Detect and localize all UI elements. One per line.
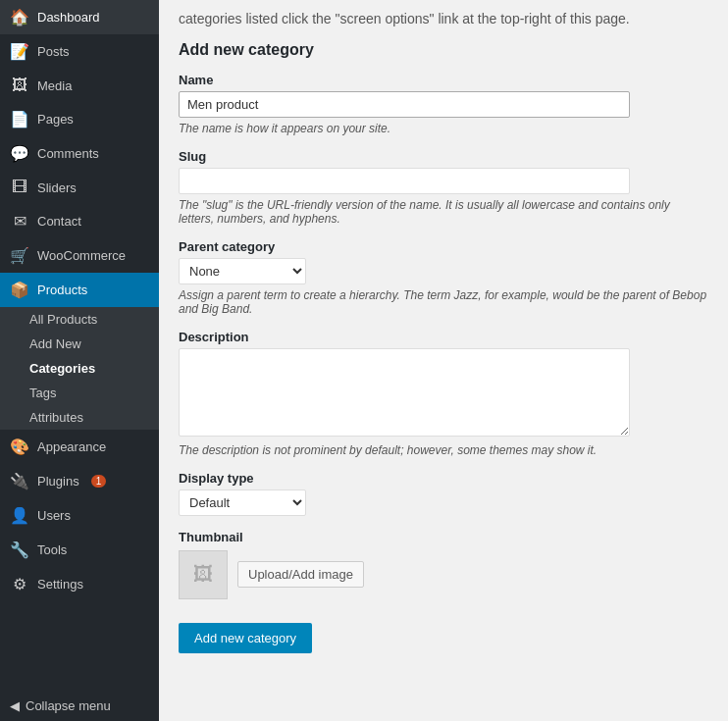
submenu-categories[interactable]: Categories [0,356,159,381]
sidebar-item-label: Sliders [37,180,77,195]
sidebar-item-posts[interactable]: 📝 Posts [0,34,159,69]
contact-icon: ✉ [10,212,29,231]
woo-icon: 🛒 [10,246,29,265]
products-submenu: All Products Add New Categories Tags Att… [0,307,159,430]
products-icon: 📦 [10,281,29,299]
sidebar-item-label: Plugins [37,474,79,489]
submenu-all-products[interactable]: All Products [0,307,159,332]
sidebar-item-label: Dashboard [37,10,100,25]
slug-hint: The "slug" is the URL-friendly version o… [179,198,708,226]
sidebar-item-label: Appearance [37,439,106,454]
dashboard-icon: 🏠 [10,8,29,26]
parent-hint: Assign a parent term to create a hierarc… [179,288,708,316]
sidebar-item-label: WooCommerce [37,248,126,263]
comments-icon: 💬 [10,144,29,163]
sidebar-item-pages[interactable]: 📄 Pages [0,102,159,136]
submenu-attributes[interactable]: Attributes [0,405,159,430]
sidebar-item-dashboard[interactable]: 🏠 Dashboard [0,0,159,34]
main-content: categories listed click the "screen opti… [159,0,728,721]
name-field-group: Name The name is how it appears on your … [179,73,708,135]
section-title: Add new category [179,41,708,59]
sliders-icon: 🎞 [10,179,29,196]
collapse-label: Collapse menu [26,698,111,713]
sidebar-item-label: Pages [37,112,74,127]
pages-icon: 📄 [10,110,29,129]
description-textarea[interactable] [179,348,630,437]
slug-input[interactable] [179,168,630,194]
sidebar-item-appearance[interactable]: 🎨 Appearance [0,430,159,464]
submenu-tags[interactable]: Tags [0,381,159,405]
display-type-label: Display type [179,471,708,486]
parent-label: Parent category [179,239,708,254]
thumbnail-area: 🖼 Upload/Add image [179,550,708,599]
name-input[interactable] [179,91,630,118]
sidebar-item-label: Users [37,508,71,523]
posts-icon: 📝 [10,42,29,61]
sidebar-item-comments[interactable]: 💬 Comments [0,136,159,171]
settings-icon: ⚙ [10,575,29,593]
thumbnail-label: Thumbnail [179,530,708,544]
sidebar-item-label: Products [37,283,87,297]
description-label: Description [179,330,708,344]
plugins-badge: 1 [91,475,107,488]
sidebar-item-woocommerce[interactable]: 🛒 WooCommerce [0,238,159,273]
sidebar-item-media[interactable]: 🖼 Media [0,69,159,102]
sidebar-item-contact[interactable]: ✉ Contact [0,204,159,238]
submenu-add-new[interactable]: Add New [0,332,159,356]
tools-icon: 🔧 [10,541,29,559]
slug-field-group: Slug The "slug" is the URL-friendly vers… [179,149,708,226]
display-type-group: Display type Default Products Subcategor… [179,471,708,516]
description-field-group: Description The description is not promi… [179,330,708,457]
sidebar-item-settings[interactable]: ⚙ Settings [0,567,159,601]
description-hint: The description is not prominent by defa… [179,443,708,457]
collapse-icon: ◀ [10,698,20,713]
sidebar-item-label: Posts [37,44,70,59]
parent-select[interactable]: None Category 1 Category 2 [179,258,306,284]
upload-image-button[interactable]: Upload/Add image [237,561,364,588]
users-icon: 👤 [10,506,29,525]
media-icon: 🖼 [10,77,29,94]
sidebar-item-plugins[interactable]: 🔌 Plugins 1 [0,464,159,498]
sidebar-item-label: Comments [37,146,99,161]
thumbnail-group: Thumbnail 🖼 Upload/Add image [179,530,708,599]
sidebar-item-users[interactable]: 👤 Users [0,498,159,533]
name-hint: The name is how it appears on your site. [179,122,708,135]
sidebar-item-label: Contact [37,214,81,229]
sidebar-item-tools[interactable]: 🔧 Tools [0,533,159,567]
slug-label: Slug [179,149,708,164]
sidebar-item-label: Media [37,78,72,93]
sidebar-item-label: Settings [37,577,83,592]
thumbnail-placeholder: 🖼 [179,550,228,599]
sidebar: 🏠 Dashboard 📝 Posts 🖼 Media 📄 Pages 💬 Co… [0,0,159,721]
sidebar-item-products[interactable]: 📦 Products [0,273,159,307]
parent-category-group: Parent category None Category 1 Category… [179,239,708,316]
add-category-button[interactable]: Add new category [179,623,312,653]
intro-text: categories listed click the "screen opti… [179,10,708,29]
sidebar-item-sliders[interactable]: 🎞 Sliders [0,171,159,204]
appearance-icon: 🎨 [10,438,29,456]
name-label: Name [179,73,708,87]
plugins-icon: 🔌 [10,472,29,490]
image-placeholder-icon: 🖼 [193,563,213,586]
collapse-menu-button[interactable]: ◀ Collapse menu [0,691,159,721]
display-type-select[interactable]: Default Products Subcategories Both [179,489,306,516]
sidebar-item-label: Tools [37,542,67,557]
